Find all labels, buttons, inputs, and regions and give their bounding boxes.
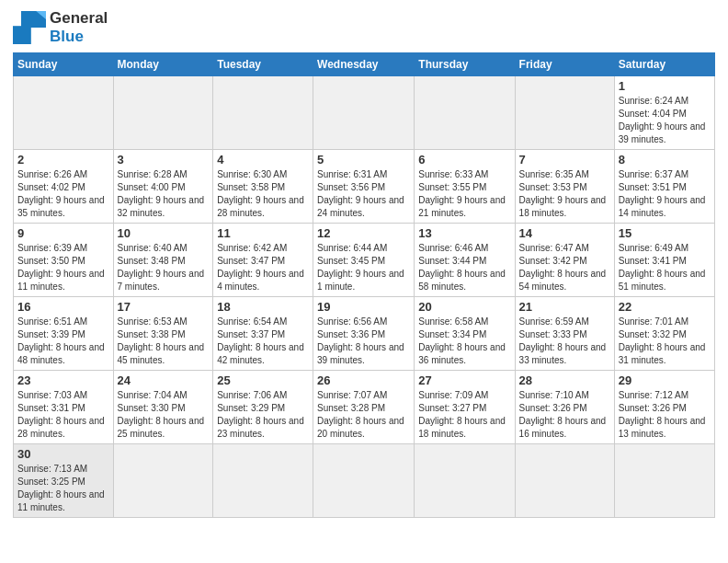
weekday-header: Wednesday <box>313 53 415 76</box>
day-number: 27 <box>418 373 510 387</box>
calendar-cell <box>113 444 213 518</box>
calendar-cell <box>515 444 614 518</box>
calendar-cell: 14Sunrise: 6:47 AM Sunset: 3:42 PM Dayli… <box>515 224 614 297</box>
calendar-cell: 25Sunrise: 7:06 AM Sunset: 3:29 PM Dayli… <box>213 371 313 444</box>
calendar-cell: 7Sunrise: 6:35 AM Sunset: 3:53 PM Daylig… <box>515 150 614 224</box>
calendar-week-row: 23Sunrise: 7:03 AM Sunset: 3:31 PM Dayli… <box>14 371 715 444</box>
day-info: Sunrise: 7:07 AM Sunset: 3:28 PM Dayligh… <box>317 389 410 441</box>
day-info: Sunrise: 6:58 AM Sunset: 3:34 PM Dayligh… <box>418 316 510 367</box>
day-info: Sunrise: 7:09 AM Sunset: 3:27 PM Dayligh… <box>418 389 510 441</box>
calendar-cell <box>313 76 415 150</box>
weekday-header: Monday <box>113 53 213 76</box>
weekday-header: Friday <box>515 53 614 76</box>
day-number: 23 <box>17 373 109 387</box>
svg-rect-0 <box>13 26 31 44</box>
day-info: Sunrise: 6:54 AM Sunset: 3:37 PM Dayligh… <box>217 316 309 367</box>
calendar-cell: 26Sunrise: 7:07 AM Sunset: 3:28 PM Dayli… <box>313 371 415 444</box>
day-info: Sunrise: 6:46 AM Sunset: 3:44 PM Dayligh… <box>418 242 510 293</box>
day-number: 3 <box>118 153 210 167</box>
day-number: 24 <box>118 373 210 387</box>
day-info: Sunrise: 7:13 AM Sunset: 3:25 PM Dayligh… <box>17 463 109 514</box>
calendar-cell: 19Sunrise: 6:56 AM Sunset: 3:36 PM Dayli… <box>313 297 415 371</box>
day-info: Sunrise: 6:42 AM Sunset: 3:47 PM Dayligh… <box>217 242 309 293</box>
day-info: Sunrise: 6:39 AM Sunset: 3:50 PM Dayligh… <box>17 242 109 293</box>
day-info: Sunrise: 6:49 AM Sunset: 3:41 PM Dayligh… <box>619 242 711 293</box>
day-number: 13 <box>418 226 510 240</box>
day-number: 7 <box>519 153 610 167</box>
calendar-cell <box>313 444 415 518</box>
header: General Blue <box>13 9 715 45</box>
day-info: Sunrise: 7:01 AM Sunset: 3:32 PM Dayligh… <box>619 316 711 367</box>
day-number: 16 <box>17 300 109 314</box>
calendar-cell <box>113 76 213 150</box>
day-number: 2 <box>17 153 109 167</box>
day-info: Sunrise: 6:24 AM Sunset: 4:04 PM Dayligh… <box>619 95 711 146</box>
calendar-cell <box>14 76 114 150</box>
day-number: 17 <box>118 300 210 314</box>
weekday-header: Saturday <box>614 53 714 76</box>
calendar-table: SundayMondayTuesdayWednesdayThursdayFrid… <box>13 52 715 518</box>
calendar-cell: 9Sunrise: 6:39 AM Sunset: 3:50 PM Daylig… <box>14 224 114 297</box>
weekday-header: Sunday <box>14 53 114 76</box>
day-info: Sunrise: 6:26 AM Sunset: 4:02 PM Dayligh… <box>17 168 109 220</box>
day-info: Sunrise: 6:31 AM Sunset: 3:56 PM Dayligh… <box>317 168 410 220</box>
calendar-cell: 11Sunrise: 6:42 AM Sunset: 3:47 PM Dayli… <box>213 224 313 297</box>
calendar-cell: 13Sunrise: 6:46 AM Sunset: 3:44 PM Dayli… <box>415 224 515 297</box>
day-number: 18 <box>217 300 309 314</box>
day-number: 14 <box>519 226 610 240</box>
day-number: 19 <box>317 300 410 314</box>
calendar-cell <box>515 76 614 150</box>
day-info: Sunrise: 6:56 AM Sunset: 3:36 PM Dayligh… <box>317 316 410 367</box>
calendar-cell: 5Sunrise: 6:31 AM Sunset: 3:56 PM Daylig… <box>313 150 415 224</box>
day-info: Sunrise: 6:44 AM Sunset: 3:45 PM Dayligh… <box>317 242 410 293</box>
calendar-cell: 3Sunrise: 6:28 AM Sunset: 4:00 PM Daylig… <box>113 150 213 224</box>
day-number: 15 <box>619 226 711 240</box>
day-info: Sunrise: 6:53 AM Sunset: 3:38 PM Dayligh… <box>118 316 210 367</box>
calendar-week-row: 2Sunrise: 6:26 AM Sunset: 4:02 PM Daylig… <box>14 150 715 224</box>
day-info: Sunrise: 6:40 AM Sunset: 3:48 PM Dayligh… <box>118 242 210 293</box>
logo-icon <box>13 11 46 44</box>
calendar-cell <box>415 76 515 150</box>
calendar-header-row: SundayMondayTuesdayWednesdayThursdayFrid… <box>14 53 715 76</box>
calendar-cell: 18Sunrise: 6:54 AM Sunset: 3:37 PM Dayli… <box>213 297 313 371</box>
calendar-cell: 28Sunrise: 7:10 AM Sunset: 3:26 PM Dayli… <box>515 371 614 444</box>
calendar-week-row: 16Sunrise: 6:51 AM Sunset: 3:39 PM Dayli… <box>14 297 715 371</box>
day-number: 9 <box>17 226 109 240</box>
calendar-cell: 22Sunrise: 7:01 AM Sunset: 3:32 PM Dayli… <box>614 297 714 371</box>
calendar-cell: 6Sunrise: 6:33 AM Sunset: 3:55 PM Daylig… <box>415 150 515 224</box>
weekday-header: Thursday <box>415 53 515 76</box>
day-info: Sunrise: 7:12 AM Sunset: 3:26 PM Dayligh… <box>619 389 711 441</box>
day-info: Sunrise: 6:35 AM Sunset: 3:53 PM Dayligh… <box>519 168 610 220</box>
day-number: 21 <box>519 300 610 314</box>
logo-text: General Blue <box>50 9 108 45</box>
day-number: 26 <box>317 373 410 387</box>
day-number: 4 <box>217 153 309 167</box>
calendar-week-row: 1Sunrise: 6:24 AM Sunset: 4:04 PM Daylig… <box>14 76 715 150</box>
calendar-cell: 10Sunrise: 6:40 AM Sunset: 3:48 PM Dayli… <box>113 224 213 297</box>
day-number: 8 <box>619 153 711 167</box>
day-number: 22 <box>619 300 711 314</box>
day-number: 12 <box>317 226 410 240</box>
calendar-cell <box>614 444 714 518</box>
day-number: 11 <box>217 226 309 240</box>
calendar-cell: 2Sunrise: 6:26 AM Sunset: 4:02 PM Daylig… <box>14 150 114 224</box>
day-info: Sunrise: 7:03 AM Sunset: 3:31 PM Dayligh… <box>17 389 109 441</box>
logo: General Blue <box>13 9 108 45</box>
day-info: Sunrise: 6:47 AM Sunset: 3:42 PM Dayligh… <box>519 242 610 293</box>
day-info: Sunrise: 6:28 AM Sunset: 4:00 PM Dayligh… <box>118 168 210 220</box>
calendar-cell: 17Sunrise: 6:53 AM Sunset: 3:38 PM Dayli… <box>113 297 213 371</box>
calendar-cell: 27Sunrise: 7:09 AM Sunset: 3:27 PM Dayli… <box>415 371 515 444</box>
calendar-cell: 12Sunrise: 6:44 AM Sunset: 3:45 PM Dayli… <box>313 224 415 297</box>
day-info: Sunrise: 7:10 AM Sunset: 3:26 PM Dayligh… <box>519 389 610 441</box>
day-info: Sunrise: 6:30 AM Sunset: 3:58 PM Dayligh… <box>217 168 309 220</box>
calendar-cell: 1Sunrise: 6:24 AM Sunset: 4:04 PM Daylig… <box>614 76 714 150</box>
day-info: Sunrise: 6:33 AM Sunset: 3:55 PM Dayligh… <box>418 168 510 220</box>
day-number: 20 <box>418 300 510 314</box>
calendar-cell: 16Sunrise: 6:51 AM Sunset: 3:39 PM Dayli… <box>14 297 114 371</box>
day-number: 10 <box>118 226 210 240</box>
calendar-cell: 8Sunrise: 6:37 AM Sunset: 3:51 PM Daylig… <box>614 150 714 224</box>
weekday-header: Tuesday <box>213 53 313 76</box>
day-info: Sunrise: 6:51 AM Sunset: 3:39 PM Dayligh… <box>17 316 109 367</box>
day-number: 25 <box>217 373 309 387</box>
calendar-cell: 4Sunrise: 6:30 AM Sunset: 3:58 PM Daylig… <box>213 150 313 224</box>
